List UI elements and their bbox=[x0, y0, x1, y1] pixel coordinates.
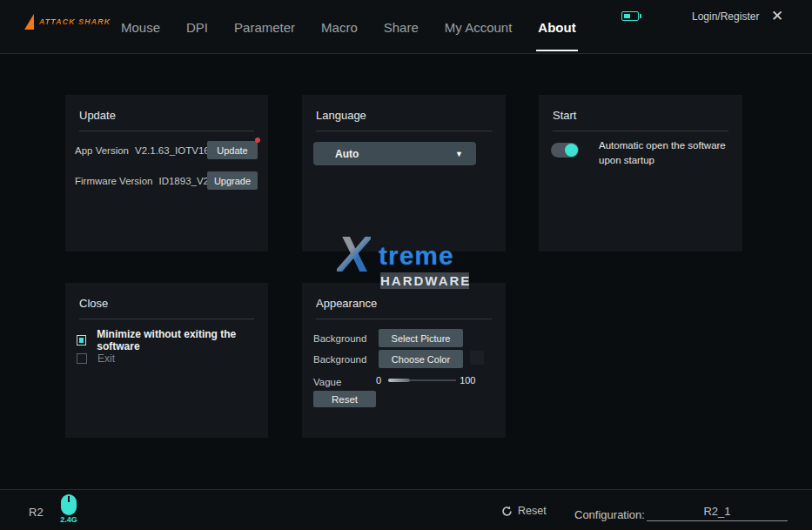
vague-slider-row: 0 100 bbox=[376, 374, 494, 386]
autostart-toggle[interactable] bbox=[551, 143, 579, 158]
background-color-label: Background bbox=[313, 354, 366, 365]
divider bbox=[79, 131, 254, 131]
tab-share[interactable]: Share bbox=[382, 3, 420, 52]
language-selected-value: Auto bbox=[335, 148, 359, 160]
vague-slider[interactable] bbox=[388, 379, 456, 381]
update-panel: Update App Version V2.1.63_IOTV167 Updat… bbox=[65, 95, 268, 252]
main-tabs: Mouse DPI Parameter Macro Share My Accou… bbox=[119, 0, 578, 54]
battery-icon bbox=[621, 11, 639, 21]
profile-name: R2 bbox=[29, 506, 44, 519]
language-panel: Language Auto ▼ bbox=[302, 95, 506, 252]
configuration-label: Configuration: bbox=[574, 508, 645, 521]
divider bbox=[316, 319, 492, 319]
choose-color-button[interactable]: Choose Color bbox=[379, 350, 463, 368]
firmware-version-label: Firmware Version bbox=[75, 176, 152, 186]
minimize-option-label: Minimize without exiting the software bbox=[97, 328, 268, 352]
close-window-icon[interactable]: ✕ bbox=[771, 7, 783, 25]
app-logo: ATTACK SHARK bbox=[26, 14, 111, 30]
select-picture-button[interactable]: Select Picture bbox=[379, 329, 463, 347]
background-picture-label: Background bbox=[313, 333, 366, 344]
panel-title: Update bbox=[79, 109, 116, 122]
app-version-label: App Version bbox=[75, 145, 129, 156]
tab-my-account[interactable]: My Account bbox=[443, 3, 514, 52]
footer: R2 2.4G Reset Configuration: R2_1 bbox=[0, 489, 812, 530]
appearance-panel: Appearance Background Select Picture Bac… bbox=[302, 283, 506, 438]
close-panel: Close Minimize without exiting the softw… bbox=[65, 283, 268, 438]
divider bbox=[79, 319, 254, 319]
toggle-knob bbox=[565, 144, 578, 157]
shark-fin-icon bbox=[24, 14, 37, 30]
brand-name: ATTACK SHARK bbox=[39, 17, 111, 26]
slider-max-label: 100 bbox=[460, 375, 475, 386]
upgrade-button[interactable]: Upgrade bbox=[207, 171, 258, 190]
mouse-icon bbox=[61, 494, 77, 515]
panel-title: Start bbox=[553, 109, 576, 122]
autostart-label: Automatic open the software upon startup bbox=[599, 138, 729, 167]
exit-option-label: Exit bbox=[97, 352, 115, 365]
refresh-icon bbox=[501, 506, 513, 517]
app-version-row: App Version V2.1.63_IOTV167 Update bbox=[75, 141, 258, 159]
configuration-field: Configuration: R2_1 bbox=[574, 505, 788, 521]
divider bbox=[553, 131, 728, 131]
slider-min-label: 0 bbox=[376, 375, 381, 386]
chevron-down-icon: ▼ bbox=[455, 150, 463, 158]
panel-title: Close bbox=[79, 297, 108, 310]
device-status[interactable]: 2.4G bbox=[57, 494, 80, 524]
reset-label: Reset bbox=[518, 505, 547, 517]
configuration-name-input[interactable]: R2_1 bbox=[647, 505, 788, 521]
tab-dpi[interactable]: DPI bbox=[185, 3, 210, 52]
login-register-link[interactable]: Login/Register bbox=[692, 10, 759, 23]
panel-title: Language bbox=[316, 109, 366, 122]
appearance-reset-button[interactable]: Reset bbox=[313, 391, 376, 407]
header: ATTACK SHARK Mouse DPI Parameter Macro S… bbox=[0, 0, 812, 54]
color-swatch[interactable] bbox=[470, 351, 484, 365]
update-button[interactable]: Update bbox=[207, 141, 258, 159]
checkbox-checked-icon[interactable] bbox=[77, 335, 86, 346]
start-panel: Start Automatic open the software upon s… bbox=[539, 95, 742, 252]
connection-mode-label: 2.4G bbox=[57, 515, 80, 524]
tab-parameter[interactable]: Parameter bbox=[232, 3, 297, 52]
divider bbox=[316, 131, 492, 131]
minimize-option[interactable]: Minimize without exiting the software bbox=[77, 328, 268, 352]
reset-configuration-button[interactable]: Reset bbox=[501, 505, 547, 517]
update-notification-dot bbox=[255, 138, 260, 143]
language-dropdown[interactable]: Auto ▼ bbox=[313, 142, 476, 165]
panel-title: Appearance bbox=[316, 297, 377, 310]
tab-mouse[interactable]: Mouse bbox=[119, 3, 162, 52]
tab-about[interactable]: About bbox=[536, 3, 577, 52]
tab-macro[interactable]: Macro bbox=[319, 3, 359, 52]
exit-option[interactable]: Exit bbox=[77, 352, 115, 365]
slider-fill bbox=[388, 379, 410, 382]
vague-label: Vague bbox=[313, 377, 341, 387]
firmware-version-row: Firmware Version ID1893_V201 Upgrade bbox=[75, 171, 258, 190]
app-version-value: V2.1.63_IOTV167 bbox=[135, 145, 215, 156]
checkbox-unchecked-icon[interactable] bbox=[77, 353, 87, 364]
